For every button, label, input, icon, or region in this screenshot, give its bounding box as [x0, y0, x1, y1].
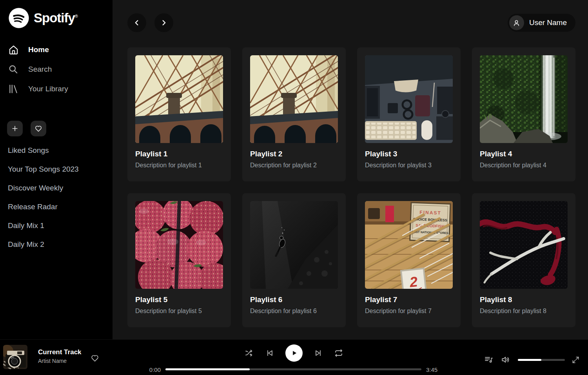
- playlist-description: Description for playlist 1: [135, 162, 223, 169]
- playlist-card[interactable]: Playlist 1 Description for playlist 1: [127, 47, 231, 181]
- playlist-card[interactable]: Playlist 2 Description for playlist 2: [242, 47, 346, 181]
- progress-bar[interactable]: [165, 368, 421, 370]
- playlist-description: Description for playlist 3: [365, 162, 453, 169]
- sidebar-nav: Home Search Your Library: [0, 40, 113, 99]
- playlist-card[interactable]: Playlist 3 Description for playlist 3: [357, 47, 461, 181]
- playlist-title: Playlist 1: [135, 150, 223, 158]
- sidebar-item-home[interactable]: Home: [0, 40, 113, 60]
- shuffle-icon: [245, 348, 254, 358]
- library-actions: [7, 121, 46, 136]
- plus-icon: [11, 125, 19, 132]
- progress-bar-fill: [165, 368, 250, 370]
- sidebar-playlist-daily-mix-2[interactable]: Daily Mix 2: [0, 235, 113, 254]
- volume-slider-fill: [518, 359, 541, 361]
- playlist-cover-image: [135, 201, 223, 289]
- play-button[interactable]: [285, 344, 303, 362]
- volume-button[interactable]: [501, 355, 511, 365]
- sidebar-playlist-release-radar[interactable]: Release Radar: [0, 197, 113, 216]
- shuffle-button[interactable]: [245, 348, 254, 358]
- playlist-cover-image: [365, 55, 453, 143]
- sidebar-item-search[interactable]: Search: [0, 60, 113, 79]
- chevron-right-icon: [160, 18, 168, 27]
- sidebar-item-label: Search: [28, 65, 52, 74]
- now-playing-album-art: [3, 345, 27, 369]
- repeat-icon: [334, 348, 343, 358]
- chevron-left-icon: [132, 18, 141, 27]
- playlist-description: Description for playlist 7: [365, 308, 453, 315]
- sidebar-item-label: Home: [28, 45, 49, 54]
- user-name-label: User Name: [529, 18, 567, 27]
- repeat-button[interactable]: [334, 348, 343, 358]
- playlist-cover-image: [135, 55, 223, 143]
- sidebar-playlist-list: Liked Songs Your Top Songs 2023 Discover…: [0, 141, 113, 254]
- playlist-title: Playlist 5: [135, 295, 223, 304]
- sidebar: Spotify® Home Search: [0, 0, 113, 339]
- sidebar-playlist-discover-weekly[interactable]: Discover Weekly: [0, 179, 113, 197]
- skip-back-icon: [265, 348, 274, 358]
- elapsed-time: 0:00: [137, 366, 161, 373]
- playlist-description: Description for playlist 4: [480, 162, 568, 169]
- sidebar-playlist-your-top-songs-2023[interactable]: Your Top Songs 2023: [0, 160, 113, 179]
- next-track-button[interactable]: [314, 348, 323, 358]
- sidebar-item-your-library[interactable]: Your Library: [0, 79, 113, 99]
- spotify-wordmark: Spotify®: [34, 11, 78, 25]
- track-artist: Artist Name: [38, 358, 82, 364]
- main-content: User Name: [113, 0, 588, 339]
- playlist-cover-image: [480, 55, 568, 143]
- playlist-title: Playlist 7: [365, 295, 453, 304]
- sidebar-playlist-liked-songs[interactable]: Liked Songs: [0, 141, 113, 160]
- playlist-cover-image: [250, 55, 338, 143]
- playlist-description: Description for playlist 6: [250, 308, 338, 315]
- play-icon: [290, 349, 298, 357]
- playlist-cover-image: [250, 201, 338, 289]
- spotify-logo: Spotify®: [8, 7, 78, 29]
- forward-button[interactable]: [154, 13, 173, 32]
- user-menu-button[interactable]: User Name: [508, 14, 575, 32]
- playlist-card[interactable]: FINAST CHOICE BONELESS SALT CODFISH FIRS…: [357, 193, 461, 327]
- playlist-cover-image: [480, 201, 568, 289]
- sidebar-item-label: Your Library: [28, 85, 68, 93]
- playlist-card[interactable]: Playlist 8 Description for playlist 8: [472, 193, 575, 327]
- heart-icon: [91, 354, 99, 362]
- playback-controls: [245, 344, 343, 362]
- skip-forward-icon: [314, 348, 323, 358]
- playlist-description: Description for playlist 2: [250, 162, 338, 169]
- queue-button[interactable]: [484, 355, 494, 364]
- liked-songs-button[interactable]: [31, 121, 46, 136]
- create-playlist-button[interactable]: [7, 121, 23, 136]
- library-icon: [8, 84, 19, 94]
- playlist-cover-image: FINAST CHOICE BONELESS SALT CODFISH FIRS…: [365, 201, 453, 289]
- playlist-card[interactable]: Playlist 4 Description for playlist 4: [472, 47, 575, 181]
- queue-music-icon: [484, 355, 494, 364]
- playlist-title: Playlist 2: [250, 150, 338, 158]
- playlist-grid: Playlist 1 Description for playlist 1: [127, 47, 575, 327]
- search-icon: [8, 64, 19, 74]
- expand-icon: [572, 356, 579, 364]
- home-icon: [8, 45, 19, 55]
- playlist-title: Playlist 8: [480, 295, 568, 304]
- track-title: Current Track: [38, 348, 82, 356]
- playlist-title: Playlist 4: [480, 150, 568, 158]
- playlist-title: Playlist 3: [365, 150, 453, 158]
- playlist-card[interactable]: Playlist 5 Description for playlist 5: [127, 193, 231, 327]
- secondary-controls: [484, 355, 579, 365]
- player-bar: Current Track Artist Name: [0, 339, 588, 375]
- playlist-description: Description for playlist 5: [135, 308, 223, 315]
- previous-track-button[interactable]: [265, 348, 274, 358]
- registered-mark: ®: [75, 14, 78, 18]
- avatar: [509, 15, 524, 30]
- playlist-description: Description for playlist 8: [480, 308, 568, 315]
- spotify-logo-icon: [8, 7, 30, 29]
- heart-icon: [34, 125, 42, 132]
- volume-slider[interactable]: [518, 359, 565, 361]
- playlist-title: Playlist 6: [250, 295, 338, 304]
- back-button[interactable]: [127, 13, 146, 32]
- sidebar-playlist-daily-mix-1[interactable]: Daily Mix 1: [0, 216, 113, 235]
- total-time: 3:45: [426, 366, 437, 373]
- fullscreen-button[interactable]: [572, 356, 579, 364]
- volume-icon: [501, 355, 511, 365]
- playlist-card[interactable]: Playlist 6 Description for playlist 6: [242, 193, 346, 327]
- now-playing-info: Current Track Artist Name: [38, 348, 82, 364]
- price-tag-text: 2: [408, 274, 418, 289]
- like-track-button[interactable]: [91, 354, 99, 362]
